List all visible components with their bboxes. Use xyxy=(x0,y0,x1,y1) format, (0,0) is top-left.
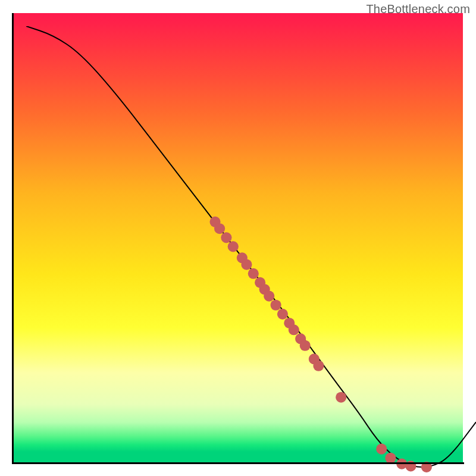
data-point xyxy=(376,444,387,455)
bottleneck-curve-path xyxy=(26,26,476,467)
data-point xyxy=(221,232,231,243)
data-point xyxy=(241,259,252,270)
scatter-dots xyxy=(209,217,431,472)
data-point xyxy=(300,340,311,351)
x-axis xyxy=(12,462,464,464)
data-point xyxy=(277,309,288,320)
attribution-text: TheBottleneck.com xyxy=(366,2,470,16)
curve-layer xyxy=(26,26,476,476)
data-point xyxy=(248,268,259,279)
chart-canvas: TheBottleneck.com xyxy=(0,0,476,476)
plot-area xyxy=(13,13,463,463)
data-point xyxy=(336,392,346,403)
data-point xyxy=(313,361,324,371)
data-point xyxy=(228,241,239,252)
data-point xyxy=(214,223,225,234)
data-point xyxy=(271,300,281,311)
data-point xyxy=(289,324,299,335)
data-point xyxy=(264,291,274,302)
y-axis xyxy=(12,13,14,464)
